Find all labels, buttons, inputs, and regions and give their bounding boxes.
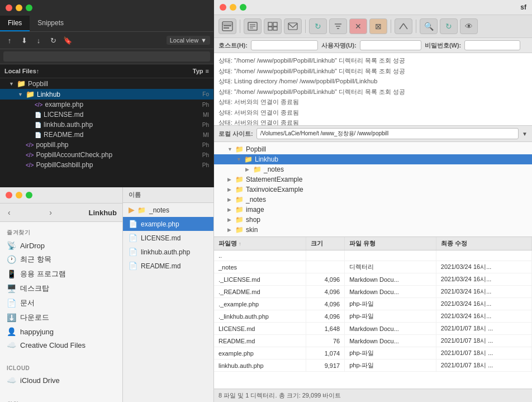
table-row[interactable]: linkhub.auth.php9,917php-파일2021/01/07 18…: [214, 360, 532, 372]
svg-rect-9: [273, 22, 277, 26]
sidebar-item-downloads[interactable]: ⬇️ 다운로드: [0, 310, 122, 325]
arrow-icon: ▼: [18, 92, 23, 97]
transfer-queue-button[interactable]: [244, 18, 262, 34]
menu-icon[interactable]: ≡: [206, 68, 209, 74]
file-name-cell: ._linkhub.auth.php: [214, 310, 306, 323]
table-row[interactable]: ._README.md4,096Markdown Docu...2021/03/…: [214, 286, 532, 298]
rt-item-statement[interactable]: ▶ 📁 StatementExample: [214, 174, 532, 185]
search-input[interactable]: [3, 51, 210, 62]
forward-button[interactable]: ›: [47, 207, 54, 218]
message-log-button[interactable]: [284, 18, 302, 34]
tree-item-popbill-php[interactable]: </> popbill.php Ph: [0, 140, 213, 150]
col-size[interactable]: 크기: [306, 237, 345, 250]
tree-item-account-check[interactable]: </> PopbillAccountCheck.php Ph: [0, 150, 213, 160]
tree-item-example-php[interactable]: </> example.php Ph: [0, 100, 213, 110]
rt-item-skin[interactable]: ▶ 📁 skin: [214, 225, 532, 235]
table-row[interactable]: ..: [214, 250, 532, 261]
sync-button[interactable]: ↻: [440, 18, 458, 34]
toolbar-sep3: [391, 20, 391, 33]
view-toggle-button[interactable]: [264, 18, 282, 34]
tab-snippets[interactable]: Snippets: [30, 16, 72, 31]
ftp-panel: sf: [214, 0, 532, 402]
user-input[interactable]: [360, 40, 421, 50]
sidebar-item-recent[interactable]: 🕐 최근 항목: [0, 252, 122, 267]
refresh-button[interactable]: ↻: [309, 18, 327, 34]
sidebar-item-icloud-drive[interactable]: ☁️ iCloud Drive: [0, 373, 122, 387]
list-item-license[interactable]: 📄 LICENSE.md: [123, 231, 213, 245]
maximize-dot[interactable]: [26, 4, 32, 11]
back-button[interactable]: ‹: [6, 207, 13, 218]
list-item-notes[interactable]: ▶ 📁 _notes: [123, 203, 213, 217]
upload-speed-button[interactable]: [395, 18, 412, 34]
tree-item-license-md[interactable]: 📄 LICENSE.md MI: [0, 110, 213, 120]
search-button[interactable]: 🔍: [420, 18, 438, 34]
table-row[interactable]: ._LICENSE.md4,096Markdown Docu...2021/03…: [214, 273, 532, 286]
minimize-dot[interactable]: [16, 4, 22, 11]
ftp-title: sf: [520, 3, 526, 11]
host-input[interactable]: [251, 40, 318, 50]
ftp-maximize-dot[interactable]: [240, 4, 246, 11]
type-label: Ph: [202, 142, 211, 148]
file-list-panel: 이름 ▶ 📁 _notes 📄 example.php 📄 LICENSE.md…: [123, 187, 214, 402]
file-type-cell: php-파일: [345, 298, 436, 310]
sidebar-item-desktop[interactable]: 🖥️ 데스크탑: [0, 281, 122, 296]
finder-close-dot[interactable]: [6, 192, 12, 198]
tree-item-popbill[interactable]: ▼ 📁 Popbill: [0, 78, 213, 89]
sidebar-item-creative-cloud[interactable]: ☁️ Creative Cloud Files: [0, 338, 122, 352]
rt-item-image[interactable]: ▶ 📁 image: [214, 205, 532, 215]
local-view-selector[interactable]: Local view ▼: [167, 36, 210, 45]
local-site-dropdown[interactable]: ▼: [522, 131, 528, 137]
tree-item-linkhub-auth[interactable]: 📄 linkhub.auth.php Ph: [0, 120, 213, 130]
sidebar-item-airdrop[interactable]: 📡 AirDrop: [0, 239, 122, 252]
cancel-transfer-button[interactable]: ⊠: [369, 18, 387, 34]
finder-maximize-dot[interactable]: [26, 192, 32, 198]
sidebar-item-documents[interactable]: 📄 문서: [0, 296, 122, 310]
table-row[interactable]: README.md76Markdown Docu...2021/01/07 18…: [214, 335, 532, 347]
site-manager-button[interactable]: [218, 18, 236, 34]
tree-item-linkhub[interactable]: ▼ 📁 Linkhub Fo: [0, 89, 213, 100]
table-row[interactable]: ._linkhub.auth.php4,096php-파일2021/03/24 …: [214, 310, 532, 323]
table-row[interactable]: ._example.php4,096php-파일2021/03/24 16시..…: [214, 298, 532, 310]
col-filetype[interactable]: 파일 유형: [345, 237, 436, 250]
sidebar-item-applications[interactable]: 📱 응용 프로그램: [0, 267, 122, 281]
col-modified[interactable]: 최종 수정: [436, 237, 531, 250]
rt-item-popbill[interactable]: ▼ 📁 Popbill: [214, 144, 532, 154]
ftp-minimize-dot[interactable]: [230, 4, 236, 11]
tab-files[interactable]: Files: [0, 16, 30, 31]
tree-item-label: Linkhub: [37, 91, 60, 98]
toolbar-sep: [240, 20, 240, 33]
tree-item-readme[interactable]: 📄 README.md MI: [0, 130, 213, 140]
upload-button[interactable]: ↑: [3, 34, 16, 46]
table-row[interactable]: example.php1,074php-파일2021/01/07 18시 ...: [214, 347, 532, 360]
disconnect-red-button[interactable]: ✕: [349, 18, 367, 34]
pass-input[interactable]: [464, 40, 520, 50]
filter-button[interactable]: [329, 18, 347, 34]
rt-item-linkhub[interactable]: ▼ 📁 Linkhub: [214, 154, 532, 164]
list-item-linkhub-auth[interactable]: 📄 linkhub.auth.php: [123, 245, 213, 259]
rt-item-label: StatementExample: [246, 176, 302, 183]
col-filename[interactable]: 파일명 ↑: [214, 237, 306, 250]
list-item-readme[interactable]: 📄 README.md: [123, 259, 213, 273]
rt-item-taxinvoice[interactable]: ▶ 📁 TaxinvoiceExample: [214, 185, 532, 195]
file-name-cell: README.md: [214, 335, 306, 347]
rt-item-notes-root[interactable]: ▶ 📁 _notes: [214, 195, 532, 205]
file-modified-cell: 2021/03/24 16시...: [436, 273, 531, 286]
download-folder-button[interactable]: ⬇: [18, 34, 30, 46]
sidebar-item-happyjung[interactable]: 👤 happyjung: [0, 325, 122, 338]
more-button[interactable]: 👁: [460, 18, 478, 34]
close-dot[interactable]: [6, 4, 12, 11]
list-item-example-php[interactable]: 📄 example.php: [123, 217, 213, 231]
sort-indicator: ↑: [36, 68, 40, 74]
local-files-label: Local Files: [4, 68, 36, 74]
finder-minimize-dot[interactable]: [16, 192, 22, 198]
rt-item-notes-sub[interactable]: ▶ 📁 _notes: [214, 164, 532, 174]
rt-item-shop[interactable]: ▶ 📁 shop: [214, 215, 532, 225]
table-row[interactable]: LICENSE.md1,648Markdown Docu...2021/01/0…: [214, 323, 532, 335]
table-row[interactable]: _notes디렉터리2021/03/24 16시...: [214, 261, 532, 273]
sync-down-button[interactable]: ↓: [32, 34, 45, 46]
bookmark-button[interactable]: 🔖: [61, 34, 74, 46]
svg-rect-11: [273, 27, 277, 30]
tree-item-cashbill[interactable]: </> PopbillCashbill.php Ph: [0, 160, 213, 170]
refresh-button[interactable]: ↻: [47, 34, 59, 46]
ftp-close-dot[interactable]: [220, 4, 226, 11]
